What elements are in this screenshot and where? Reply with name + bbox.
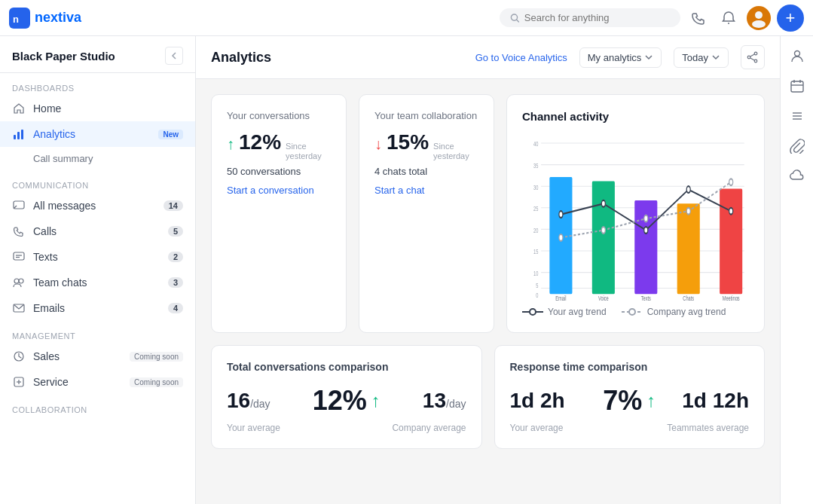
- company-avg-label: Company average: [392, 423, 466, 433]
- svg-text:0: 0: [536, 291, 539, 299]
- response-time-card: Response time comparison 1d 2h 7% ↑ 1d 1…: [494, 345, 766, 449]
- calls-icon: [12, 225, 26, 238]
- sidebar-item-sales[interactable]: Sales Coming soon: [0, 344, 195, 369]
- svg-point-4: [728, 23, 729, 24]
- team-collab-pct: 15%: [387, 130, 429, 154]
- svg-line-3: [517, 20, 519, 22]
- user-rail-icon[interactable]: [784, 42, 811, 69]
- svg-point-61: [686, 208, 690, 215]
- svg-point-6: [752, 20, 766, 28]
- svg-text:10: 10: [533, 269, 539, 277]
- svg-point-55: [644, 227, 648, 234]
- svg-text:Email: Email: [555, 294, 566, 301]
- svg-rect-47: [720, 189, 742, 295]
- svg-point-22: [747, 56, 750, 59]
- response-time-title: Response time comparison: [510, 361, 750, 373]
- cloud-rail-icon[interactable]: [784, 163, 811, 190]
- search-bar[interactable]: [500, 8, 680, 27]
- svg-rect-45: [634, 200, 657, 294]
- all-messages-badge: 14: [164, 200, 183, 211]
- team-collab-title: Your team collaboration: [374, 110, 478, 123]
- svg-point-62: [729, 179, 733, 185]
- my-analytics-dropdown[interactable]: My analytics: [579, 47, 662, 68]
- sidebar-item-team-chats[interactable]: Team chats 3: [0, 270, 195, 295]
- communication-section-label: Communication: [0, 170, 195, 193]
- sidebar-item-texts-label: Texts: [33, 251, 160, 263]
- search-input[interactable]: [524, 12, 670, 23]
- svg-text:n: n: [13, 14, 19, 25]
- total-comparison-arrow: ↑: [371, 390, 381, 411]
- svg-point-21: [754, 52, 757, 55]
- sidebar-collapse-button[interactable]: [165, 47, 183, 65]
- start-chat-link[interactable]: Start a chat: [374, 185, 478, 196]
- page-header: Analytics Go to Voice Analytics My analy…: [196, 36, 780, 79]
- your-avg-trend-legend: Your avg trend: [522, 307, 607, 317]
- search-icon: [510, 13, 520, 23]
- response-labels-row: Your average Teammates average: [510, 423, 750, 433]
- bell-icon[interactable]: [717, 6, 741, 30]
- nextiva-logo-icon: n: [9, 8, 30, 29]
- svg-point-60: [644, 215, 648, 222]
- service-coming-soon-badge: Coming soon: [130, 377, 183, 387]
- total-conversations-title: Total conversations comparison: [227, 361, 466, 373]
- svg-text:5: 5: [536, 282, 539, 290]
- sidebar: Black Paper Studio Dashboards Home Analy…: [0, 36, 196, 504]
- team-collab-since: Sinceyesterday: [433, 142, 469, 161]
- conversations-card-title: Your conversations: [227, 110, 331, 123]
- response-pct: 7%: [603, 385, 642, 417]
- sidebar-item-call-summary[interactable]: Call summary: [0, 147, 195, 170]
- page-title: Analytics: [211, 50, 463, 66]
- sidebar-item-analytics-label: Analytics: [33, 128, 148, 140]
- go-to-voice-link[interactable]: Go to Voice Analytics: [475, 52, 567, 63]
- right-icon-rail: [780, 36, 813, 504]
- team-chats-badge: 3: [168, 277, 183, 288]
- sidebar-item-analytics[interactable]: Analytics New: [0, 121, 195, 147]
- sidebar-item-calls[interactable]: Calls 5: [0, 218, 195, 244]
- sales-icon: [12, 350, 26, 363]
- bottom-cards-row: Total conversations comparison 16/day 12…: [211, 345, 765, 449]
- svg-line-24: [750, 54, 754, 57]
- svg-point-53: [559, 211, 563, 218]
- svg-point-66: [629, 309, 635, 315]
- your-avg-unit: /day: [250, 398, 270, 410]
- sidebar-header: Black Paper Studio: [0, 36, 195, 73]
- svg-text:Texts: Texts: [641, 294, 651, 301]
- home-icon: [12, 102, 26, 115]
- sidebar-item-team-chats-label: Team chats: [33, 276, 160, 289]
- svg-point-5: [755, 11, 763, 19]
- svg-point-57: [729, 208, 733, 215]
- clip-rail-icon[interactable]: [784, 133, 811, 160]
- calendar-rail-icon[interactable]: [784, 72, 811, 99]
- collaboration-section-label: Collaboration: [0, 395, 195, 417]
- response-teammates-avg: 1d 12h: [682, 389, 749, 412]
- channel-activity-title: Channel activity: [522, 110, 749, 123]
- avatar[interactable]: [747, 6, 771, 30]
- sidebar-item-texts[interactable]: Texts 2: [0, 244, 195, 270]
- analytics-icon: [12, 127, 26, 141]
- svg-point-15: [19, 279, 23, 283]
- share-button[interactable]: [741, 45, 765, 69]
- total-conversations-card: Total conversations comparison 16/day 12…: [211, 345, 482, 449]
- svg-text:25: 25: [533, 205, 539, 213]
- sidebar-item-home[interactable]: Home: [0, 96, 195, 121]
- sidebar-item-home-label: Home: [33, 102, 183, 115]
- channel-activity-card: Channel activity 40 35: [506, 94, 765, 333]
- management-section-label: Management: [0, 321, 195, 344]
- svg-rect-9: [21, 130, 23, 139]
- conversations-pct: 12%: [239, 130, 281, 154]
- sidebar-item-emails[interactable]: Emails 4: [0, 295, 195, 321]
- svg-rect-46: [677, 203, 700, 294]
- list-rail-icon[interactable]: [784, 102, 811, 130]
- sidebar-item-service[interactable]: Service Coming soon: [0, 369, 195, 395]
- conversations-since: Sinceyesterday: [286, 142, 322, 161]
- sidebar-item-all-messages[interactable]: All messages 14: [0, 193, 195, 218]
- sidebar-item-call-summary-label: Call summary: [33, 153, 183, 164]
- svg-text:Chats: Chats: [683, 294, 694, 301]
- svg-point-14: [14, 279, 19, 283]
- add-button[interactable]: +: [777, 5, 804, 32]
- today-dropdown[interactable]: Today: [674, 47, 729, 68]
- start-conversation-link[interactable]: Start a conversation: [227, 185, 331, 196]
- svg-text:Meetings: Meetings: [723, 294, 740, 301]
- phone-icon[interactable]: [686, 6, 711, 30]
- company-avg-value: 13: [423, 389, 446, 412]
